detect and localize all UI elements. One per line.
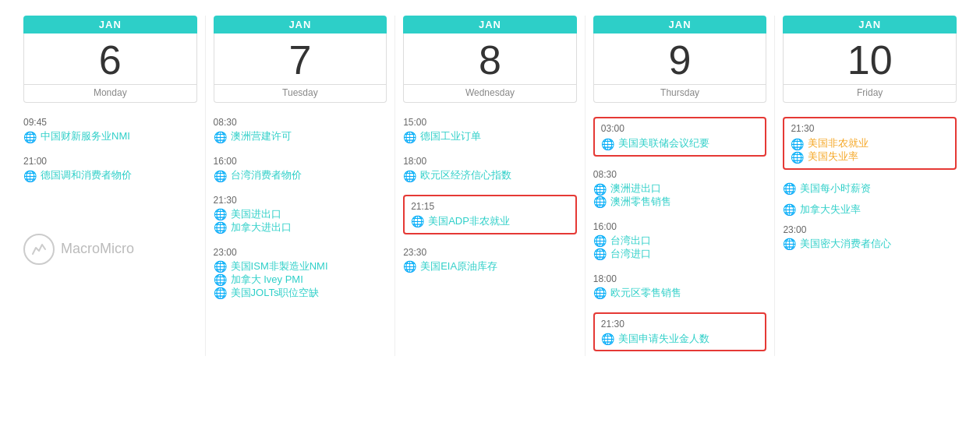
- event-item[interactable]: 🌐欧元区零售销售: [593, 287, 767, 300]
- events-list: 09:45🌐中国财新服务业NMI21:00🌐德国调和消费者物价: [23, 117, 197, 187]
- event-name: 德国调和消费者物价: [41, 169, 132, 182]
- event-item[interactable]: 🌐美国进出口: [214, 208, 387, 221]
- event-item[interactable]: 🌐加拿大 Ivey PMI: [214, 273, 387, 287]
- time-group: 21:30🌐美国进出口🌐加拿大进出口: [214, 195, 387, 234]
- event-name: 澳洲营建许可: [231, 130, 292, 143]
- globe-icon: 🌐: [601, 138, 614, 150]
- event-item[interactable]: 🌐美国失业率: [791, 150, 949, 164]
- time-group: 16:00🌐台湾消费者物价: [214, 156, 387, 182]
- time-label: 23:00: [214, 247, 387, 258]
- event-item[interactable]: 🌐德国工业订单: [403, 130, 577, 143]
- time-group: 23:30🌐美国EIA原油库存: [403, 247, 577, 273]
- date-card-7: JAN 7 Tuesday: [214, 16, 387, 103]
- day-name: Monday: [23, 85, 197, 103]
- event-name: 美国密大消费者信心: [800, 238, 891, 251]
- day-name: Tuesday: [214, 85, 387, 103]
- event-name: 台湾出口: [610, 234, 651, 248]
- time-group: 09:45🌐中国财新服务业NMI: [23, 117, 197, 143]
- time-group: 21:00🌐德国调和消费者物价: [23, 156, 197, 182]
- event-item[interactable]: 🌐美国密大消费者信心: [783, 238, 957, 251]
- time-label: 21:00: [23, 156, 197, 167]
- day-number: 8: [403, 33, 577, 85]
- event-item[interactable]: 🌐美国申请失业金人数: [601, 333, 759, 346]
- time-label: 21:30: [601, 319, 759, 330]
- event-name: 美国每小时薪资: [800, 182, 871, 196]
- month-label: JAN: [23, 16, 197, 33]
- globe-icon: 🌐: [214, 221, 227, 234]
- day-column-8: JAN 8 Wednesday 15:00🌐德国工业订单18:00🌐欧元区经济信…: [395, 16, 586, 356]
- event-item[interactable]: 🌐台湾进口: [593, 248, 767, 261]
- date-card-10: JAN 10 Friday: [783, 16, 957, 103]
- globe-icon: 🌐: [783, 182, 796, 195]
- event-item[interactable]: 🌐德国调和消费者物价: [23, 169, 197, 182]
- time-label: 09:45: [23, 117, 197, 128]
- events-list: 03:00🌐美国美联储会议纪要08:30🌐澳洲进出口🌐澳洲零售销售16:00🌐台…: [593, 117, 767, 356]
- globe-icon: 🌐: [791, 151, 804, 164]
- event-name: 澳洲零售销售: [610, 196, 671, 209]
- event-item[interactable]: 🌐澳洲营建许可: [214, 130, 387, 143]
- event-item[interactable]: 🌐美国JOLTs职位空缺: [214, 287, 387, 300]
- time-label: 03:00: [601, 123, 759, 134]
- event-name: 美国进出口: [231, 208, 281, 221]
- globe-icon: 🌐: [403, 170, 416, 182]
- date-card-6: JAN 6 Monday: [23, 16, 197, 103]
- day-number: 6: [23, 33, 197, 85]
- event-item[interactable]: 🌐美国每小时薪资: [783, 182, 957, 196]
- globe-icon: 🌐: [23, 170, 37, 182]
- day-name: Thursday: [593, 85, 767, 103]
- event-name: 美国申请失业金人数: [618, 333, 709, 346]
- day-column-9: JAN 9 Thursday 03:00🌐美国美联储会议纪要08:30🌐澳洲进出…: [586, 16, 776, 356]
- globe-icon: 🌐: [214, 273, 227, 286]
- time-label: 18:00: [403, 156, 577, 167]
- month-label: JAN: [403, 16, 577, 33]
- globe-icon: 🌐: [403, 131, 416, 143]
- globe-icon: 🌐: [783, 238, 796, 250]
- day-number: 7: [214, 33, 387, 85]
- event-item[interactable]: 🌐台湾出口: [593, 234, 767, 248]
- event-item[interactable]: 🌐美国ADP非农就业: [411, 215, 569, 228]
- globe-icon: 🌐: [783, 203, 796, 216]
- time-label: 23:30: [403, 247, 577, 258]
- highlight-box: 21:15🌐美国ADP非农就业: [403, 195, 577, 234]
- globe-icon: 🌐: [601, 333, 614, 345]
- globe-icon: 🌐: [593, 234, 607, 247]
- time-group: 18:00🌐欧元区零售销售: [593, 273, 767, 300]
- events-list: 15:00🌐德国工业订单18:00🌐欧元区经济信心指数21:15🌐美国ADP非农…: [403, 117, 577, 278]
- month-label: JAN: [593, 16, 767, 33]
- globe-icon: 🌐: [214, 260, 227, 273]
- event-item[interactable]: 🌐欧元区经济信心指数: [403, 169, 577, 182]
- day-column-6: JAN 6 Monday 09:45🌐中国财新服务业NMI21:00🌐德国调和消…: [16, 16, 206, 356]
- globe-icon: 🌐: [214, 287, 227, 299]
- logo-icon: [23, 234, 55, 265]
- highlight-box: 21:30🌐美国非农就业🌐美国失业率: [783, 117, 957, 170]
- event-item[interactable]: 🌐加拿大进出口: [214, 221, 387, 234]
- time-group: 16:00🌐台湾出口🌐台湾进口: [593, 221, 767, 261]
- globe-icon: 🌐: [23, 131, 37, 143]
- month-label: JAN: [214, 16, 387, 33]
- time-label: 15:00: [403, 117, 577, 128]
- time-group: 08:30🌐澳洲营建许可: [214, 117, 387, 143]
- event-name: 美国ADP非农就业: [428, 215, 510, 228]
- event-name: 台湾进口: [610, 248, 651, 261]
- logo-area: MacroMicro: [23, 234, 197, 265]
- event-item[interactable]: 🌐台湾消费者物价: [214, 169, 387, 182]
- event-name: 欧元区经济信心指数: [420, 169, 511, 182]
- event-name: 加拿大失业率: [800, 203, 861, 217]
- date-card-9: JAN 9 Thursday: [593, 16, 767, 103]
- event-item[interactable]: 🌐美国非农就业: [791, 137, 949, 150]
- event-name: 欧元区零售销售: [610, 287, 681, 300]
- event-item[interactable]: 🌐中国财新服务业NMI: [23, 130, 197, 143]
- event-item[interactable]: 🌐美国美联储会议纪要: [601, 137, 759, 150]
- time-label: 16:00: [214, 156, 387, 167]
- day-column-7: JAN 7 Tuesday 08:30🌐澳洲营建许可16:00🌐台湾消费者物价2…: [206, 16, 396, 356]
- event-item[interactable]: 🌐澳洲零售销售: [593, 196, 767, 209]
- event-item[interactable]: 🌐澳洲进出口: [593, 182, 767, 196]
- time-group: 08:30🌐澳洲进出口🌐澳洲零售销售: [593, 169, 767, 209]
- globe-icon: 🌐: [791, 138, 804, 150]
- event-item[interactable]: 🌐美国EIA原油库存: [403, 260, 577, 273]
- time-label: 08:30: [214, 117, 387, 128]
- event-name: 美国ISM非製造业NMI: [231, 260, 328, 273]
- event-item[interactable]: 🌐加拿大失业率: [783, 203, 957, 217]
- event-item[interactable]: 🌐美国ISM非製造业NMI: [214, 260, 387, 273]
- logo-text: MacroMicro: [61, 241, 134, 257]
